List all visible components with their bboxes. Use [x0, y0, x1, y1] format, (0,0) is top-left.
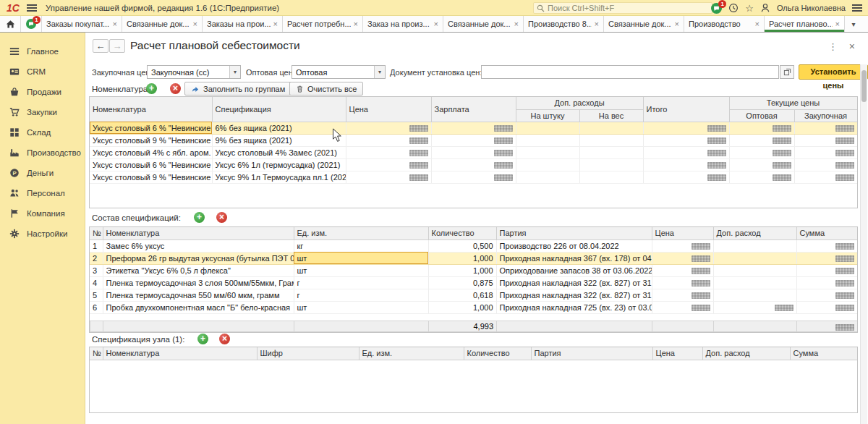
- column-header[interactable]: Шифр: [257, 347, 359, 360]
- spec-composition-row[interactable]: 1Замес 6% уксускг0,500Производство 226 о…: [90, 239, 857, 252]
- tab-9[interactable]: Производство×: [684, 16, 765, 32]
- column-header[interactable]: Номенклатура: [103, 227, 294, 239]
- tab-3[interactable]: Заказы на прои...×: [203, 16, 283, 32]
- per-weight-cell[interactable]: [579, 158, 643, 171]
- col-extra-costs[interactable]: Доп. расходы: [516, 97, 643, 109]
- batch-cell[interactable]: Приходная накладная 322 (вх. 827) от 31.…: [496, 289, 652, 301]
- price-cell[interactable]: [652, 276, 713, 289]
- service-menu-icon[interactable]: [852, 4, 862, 12]
- per-weight-cell[interactable]: [579, 171, 643, 183]
- unit-cell[interactable]: г: [294, 276, 428, 289]
- sum-cell[interactable]: [796, 252, 857, 264]
- specification-cell[interactable]: Уксус 6% 1л (термоусадка) (2021): [212, 158, 346, 171]
- nomenclature-cell[interactable]: Уксус столовый 6 % "Невинские Уксусы" ..…: [90, 122, 212, 134]
- tab-close-icon[interactable]: ×: [273, 20, 278, 28]
- add-row-icon[interactable]: +: [194, 212, 205, 223]
- column-header[interactable]: Количество: [428, 227, 496, 239]
- row-number-cell[interactable]: 1: [90, 239, 103, 252]
- price-cell[interactable]: [652, 252, 713, 264]
- purchase-cell[interactable]: [794, 134, 857, 146]
- salary-cell[interactable]: [431, 158, 516, 171]
- row-number-cell[interactable]: 4: [90, 276, 103, 289]
- row-number-cell[interactable]: 5: [90, 289, 103, 301]
- per-weight-cell[interactable]: [579, 134, 643, 146]
- purchase-price-select[interactable]: Закупочная (сс) ▾: [147, 65, 241, 79]
- current-user-name[interactable]: Ольга Николаевна: [777, 4, 846, 12]
- more-menu-icon[interactable]: ⋮: [828, 41, 838, 52]
- sidebar-item-crm[interactable]: CRM: [0, 62, 85, 82]
- wholesale-cell[interactable]: [729, 171, 794, 183]
- unit-cell[interactable]: шт: [294, 301, 428, 313]
- col-salary[interactable]: Зарплата: [431, 97, 516, 122]
- extra-cost-cell[interactable]: [713, 264, 796, 276]
- tab-2[interactable]: Связанные док...×: [122, 16, 203, 32]
- per-weight-cell[interactable]: [579, 146, 643, 158]
- batch-cell[interactable]: Приходная накладная 322 (вх. 827) от 31.…: [496, 276, 652, 289]
- spec-composition-row[interactable]: 5Пленка термоусадочная 550 мм/60 мкм, гр…: [90, 289, 857, 301]
- batch-cell[interactable]: Производство 226 от 08.04.2022: [496, 239, 652, 252]
- column-header[interactable]: Партия: [496, 227, 652, 239]
- sidebar-item-warehouse[interactable]: Склад: [0, 122, 85, 143]
- total-cell[interactable]: [643, 158, 729, 171]
- chevron-down-icon[interactable]: ▾: [229, 66, 240, 78]
- sidebar-item-production[interactable]: Производство: [0, 143, 85, 163]
- main-menu-icon[interactable]: [27, 4, 37, 12]
- nomenclature-row[interactable]: Уксус столовый 4% с ябл. аром. "Невинск.…: [90, 146, 857, 158]
- delete-row-icon[interactable]: ×: [216, 212, 227, 223]
- total-cell[interactable]: [643, 146, 729, 158]
- tab-8[interactable]: Связанные док...×: [604, 16, 684, 32]
- sidebar-item-personnel[interactable]: Персонал: [0, 183, 85, 203]
- nomenclature-cell[interactable]: Уксус столовый 9 % "Невинские Уксусы" ..…: [90, 134, 212, 146]
- specification-cell[interactable]: Уксус 9% 1л Термоусадка пл.1 (2022): [212, 171, 346, 183]
- nomenclature-cell[interactable]: Уксус столовый 9 % "Невинские Уксусы" ..…: [90, 171, 212, 183]
- delete-row-icon[interactable]: ×: [219, 334, 230, 344]
- tab-6[interactable]: Связанные док...×: [443, 16, 524, 32]
- extra-cost-cell[interactable]: [713, 276, 796, 289]
- chevron-down-icon[interactable]: ▾: [374, 66, 385, 78]
- tab-close-icon[interactable]: ×: [595, 20, 599, 28]
- nomenclature-row[interactable]: Уксус столовый 9 % "Невинские Уксусы" ..…: [90, 134, 857, 146]
- sum-cell[interactable]: [796, 301, 857, 313]
- per-item-cell[interactable]: [516, 134, 579, 146]
- price-cell[interactable]: [346, 158, 431, 171]
- salary-cell[interactable]: [431, 122, 516, 134]
- sum-cell[interactable]: [796, 289, 857, 301]
- quantity-cell[interactable]: 1,000: [428, 252, 496, 264]
- nomenclature-row[interactable]: Уксус столовый 6 % "Невинские Уксусы" ..…: [90, 122, 857, 134]
- col-per-weight[interactable]: На вес: [579, 109, 643, 122]
- col-specification[interactable]: Спецификация: [212, 97, 346, 122]
- purchase-cell[interactable]: [794, 122, 857, 134]
- col-current-prices[interactable]: Текущие цены: [729, 97, 857, 109]
- price-cell[interactable]: [346, 171, 431, 183]
- total-cell[interactable]: [643, 134, 729, 146]
- wholesale-price-select[interactable]: Оптовая ▾: [292, 65, 386, 79]
- specification-cell[interactable]: Уксус столовый 4% Замес (2021): [212, 146, 346, 158]
- price-cell[interactable]: [652, 289, 713, 301]
- purchase-cell[interactable]: [794, 158, 857, 171]
- purchase-cell[interactable]: [794, 171, 857, 183]
- tab-close-icon[interactable]: ×: [113, 20, 117, 28]
- spec-composition-row[interactable]: 4Пленка термоусадочная 3 слоя 500мм/55мк…: [90, 276, 857, 289]
- tab-7[interactable]: Производство 8...×: [524, 16, 604, 32]
- nomenclature-row[interactable]: Уксус столовый 9 % "Невинские Уксусы" ..…: [90, 171, 857, 183]
- price-cell[interactable]: [346, 134, 431, 146]
- sidebar-item-sales[interactable]: Продажи: [0, 82, 85, 102]
- col-per-item[interactable]: На штуку: [516, 109, 579, 122]
- sidebar-item-main[interactable]: Главное: [0, 41, 85, 62]
- nomenclature-cell[interactable]: Пленка термоусадочная 3 слоя 500мм/55мкм…: [103, 276, 294, 289]
- tab-close-icon[interactable]: ×: [675, 20, 679, 28]
- col-total[interactable]: Итого: [643, 97, 729, 122]
- price-cell[interactable]: [346, 146, 431, 158]
- column-header[interactable]: Цена: [652, 227, 713, 239]
- price-cell[interactable]: [652, 239, 713, 252]
- salary-cell[interactable]: [431, 146, 516, 158]
- tab-close-icon[interactable]: ×: [434, 20, 438, 28]
- favorites-star-icon[interactable]: ☆: [745, 4, 754, 13]
- per-weight-cell[interactable]: [579, 122, 643, 134]
- extra-cost-cell[interactable]: [713, 239, 796, 252]
- nomenclature-cell[interactable]: Замес 6% уксус: [103, 239, 294, 252]
- row-number-cell[interactable]: 3: [90, 264, 103, 276]
- column-header[interactable]: Сумма: [790, 347, 857, 360]
- tab-5[interactable]: Заказ на произ...×: [363, 16, 443, 32]
- sum-cell[interactable]: [796, 239, 857, 252]
